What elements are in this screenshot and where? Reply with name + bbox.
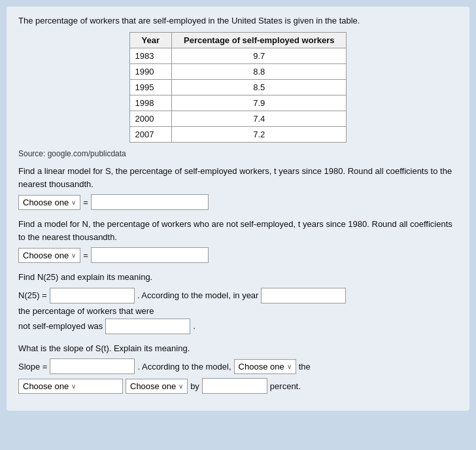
- slope-label: Slope =: [18, 362, 47, 372]
- the-d-label: the: [299, 362, 311, 372]
- part-b-text-input[interactable]: [91, 247, 209, 263]
- according-text: . According to the model, in year: [137, 290, 259, 300]
- part-a-chevron-icon: ∨: [71, 199, 76, 206]
- year-cell: 1995: [129, 80, 171, 95]
- part-b-dropdown[interactable]: Choose one ∨: [18, 248, 80, 263]
- part-d-dropdown3[interactable]: Choose one ∨: [126, 379, 188, 394]
- year-cell: 1998: [129, 95, 171, 111]
- not-self-employed-label: not self-employed was: [18, 321, 103, 331]
- part-d-dropdown3-chevron-icon: ∨: [178, 383, 183, 390]
- part-d-dropdown3-label: Choose one: [130, 381, 176, 391]
- part-a-block: Find a linear model for S, the percentag…: [18, 165, 458, 210]
- part-d-dropdown2-chevron-icon: ∨: [71, 383, 76, 390]
- according-d-text: . According to the model,: [137, 362, 231, 372]
- n25-input[interactable]: [50, 288, 135, 303]
- part-d-row2: Choose one ∨ Choose one ∨ by percent.: [18, 378, 458, 394]
- percentage-cell: 7.4: [172, 111, 347, 127]
- by-label: by: [190, 381, 199, 391]
- part-b-input-row: Choose one ∨ =: [18, 247, 458, 263]
- table-wrapper: Year Percentage of self-employed workers…: [18, 32, 458, 143]
- part-b-equals: =: [83, 251, 88, 260]
- part-d-dropdown1-chevron-icon: ∨: [287, 363, 292, 370]
- table-row: 19987.9: [129, 95, 347, 111]
- part-a-input-row: Choose one ∨ =: [18, 194, 458, 210]
- table-row: 20077.2: [129, 127, 347, 143]
- by-input[interactable]: [202, 378, 267, 394]
- period: .: [193, 321, 196, 331]
- not-self-employed-input[interactable]: [105, 319, 190, 334]
- source-text: Source: google.com/publicdata: [18, 149, 458, 158]
- part-d-question: What is the slope of S(t). Explain its m…: [18, 342, 458, 355]
- the-text: the percentage of workers that were: [18, 306, 154, 316]
- year-cell: 1990: [129, 64, 171, 80]
- percentage-cell: 9.7: [172, 48, 347, 64]
- percentage-cell: 7.2: [172, 127, 347, 143]
- part-c-block: Find N(25) and explain its meaning. N(25…: [18, 271, 458, 334]
- col-year-header: Year: [129, 33, 171, 48]
- part-b-question: Find a model for N, the percentage of wo…: [18, 218, 458, 243]
- slope-input[interactable]: [50, 358, 135, 374]
- percentage-cell: 8.8: [172, 64, 347, 80]
- col-percentage-header: Percentage of self-employed workers: [172, 33, 347, 48]
- percent-label: percent.: [270, 381, 301, 391]
- year-cell: 1983: [129, 48, 171, 64]
- part-b-block: Find a model for N, the percentage of wo…: [18, 218, 458, 263]
- part-c-row2: not self-employed was .: [18, 319, 458, 334]
- part-d-dropdown2[interactable]: Choose one ∨: [18, 379, 123, 394]
- part-a-text-input[interactable]: [91, 194, 209, 210]
- part-d-dropdown2-label: Choose one: [23, 381, 69, 391]
- part-d-row1: Slope = . According to the model, Choose…: [18, 358, 458, 374]
- year-cell: 2000: [129, 111, 171, 127]
- intro-text: The percentage of workers that are self-…: [18, 16, 458, 26]
- part-d-dropdown1[interactable]: Choose one ∨: [234, 359, 296, 374]
- part-d-block: What is the slope of S(t). Explain its m…: [18, 342, 458, 394]
- table-row: 19958.5: [129, 80, 347, 95]
- part-a-question: Find a linear model for S, the percentag…: [18, 165, 458, 190]
- part-c-row1: N(25) = . According to the model, in yea…: [18, 288, 458, 316]
- n25-label: N(25) =: [18, 290, 47, 300]
- part-d-dropdown1-label: Choose one: [239, 362, 284, 372]
- main-container: The percentage of workers that are self-…: [7, 7, 469, 411]
- part-b-chevron-icon: ∨: [71, 252, 76, 259]
- data-table: Year Percentage of self-employed workers…: [129, 32, 347, 143]
- table-row: 19839.7: [129, 48, 347, 64]
- year-input[interactable]: [261, 288, 346, 303]
- percentage-cell: 8.5: [172, 80, 347, 95]
- year-cell: 2007: [129, 127, 171, 143]
- part-a-dropdown-label: Choose one: [23, 198, 69, 207]
- part-b-dropdown-label: Choose one: [23, 251, 69, 260]
- table-row: 20007.4: [129, 111, 347, 127]
- part-a-dropdown[interactable]: Choose one ∨: [18, 195, 80, 210]
- percentage-cell: 7.9: [172, 95, 347, 111]
- part-a-equals: =: [83, 198, 88, 207]
- table-row: 19908.8: [129, 64, 347, 80]
- part-c-question: Find N(25) and explain its meaning.: [18, 271, 458, 284]
